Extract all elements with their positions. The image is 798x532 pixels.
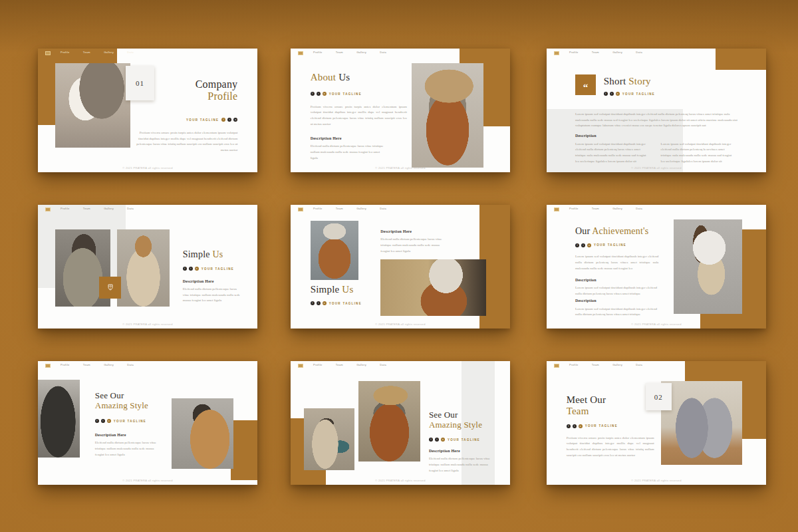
nav-item-data: Data: [380, 207, 386, 210]
tagline-row: f t o YOUR TAGLINE: [95, 419, 146, 423]
description-text-2: Lorem ipsum sed volutpat tincidunt dapib…: [575, 307, 658, 319]
slide-simple-us-1[interactable]: Profile Team Gallery Data Simple Us f t …: [38, 205, 257, 329]
slide-nav: Profile Team Gallery Data: [291, 49, 510, 57]
tagline-label: YOUR TAGLINE: [329, 302, 362, 305]
nav-item-gallery: Gallery: [356, 207, 366, 210]
facebook-icon: f: [575, 243, 579, 247]
description-text: Eleifend nulla dictum pellentesque lacus…: [183, 287, 242, 304]
nav-item-profile: Profile: [313, 207, 322, 210]
slide-footer: © 2021 PRATERA all rights reserved: [547, 166, 766, 170]
slide-paragraph: Pretium viverra ornare proin turpis ante…: [311, 104, 407, 128]
instagram-icon: o: [441, 438, 445, 442]
slide-title: Meet Our Team: [567, 394, 606, 418]
slide-photo-center: [358, 381, 420, 462]
slide-title: See Our Amazing Style: [429, 410, 482, 430]
slide-photo: [661, 381, 742, 465]
slide-short-story[interactable]: Profile Team Gallery Data “ Short Story …: [547, 49, 766, 172]
nav-item-team: Team: [592, 363, 599, 366]
slide-title: Simple Us: [183, 249, 223, 260]
nav-item-profile: Profile: [313, 363, 322, 366]
brand-logo-icon: [554, 364, 559, 368]
slide-photo: [55, 63, 130, 147]
tagline-row: f t o YOUR TAGLINE: [429, 438, 480, 442]
nav-item-profile: Profile: [61, 207, 69, 210]
nav-item-gallery: Gallery: [356, 363, 366, 366]
social-dots: f t o: [429, 438, 445, 442]
description-heading: Description Here: [311, 136, 342, 140]
nav-item-profile: Profile: [569, 51, 578, 54]
tagline-row: f t o YOUR TAGLINE: [311, 92, 362, 96]
twitter-icon: t: [573, 424, 577, 428]
description-heading-1: Description: [575, 278, 597, 282]
tagline-label: YOUR TAGLINE: [186, 118, 219, 122]
slide-title: Short Story: [604, 76, 651, 87]
slide-footer: © 2021 PRATERA all rights reserved: [38, 479, 257, 482]
slide-nav: Profile Team Gallery Data: [291, 361, 510, 370]
slide-number-badge: 01: [126, 66, 154, 100]
brand-logo-icon: [298, 207, 303, 211]
facebook-icon: f: [221, 118, 225, 122]
social-dots: f t o: [567, 424, 583, 428]
slide-paragraph: Pretium viverra ornare proin turpis ante…: [130, 130, 238, 154]
slide-nav: Profile Team Gallery Data: [38, 49, 257, 57]
instagram-icon: o: [579, 424, 583, 428]
description-text: Eleifend nulla dictum pellentesque lacus…: [95, 440, 156, 458]
nav-item-team: Team: [336, 207, 343, 210]
social-dots: f t o: [575, 243, 591, 247]
nav-item-gallery: Gallery: [612, 51, 622, 54]
slide-paragraph: Lorem ipsum sed volutpat tincidunt dapib…: [575, 254, 658, 271]
tagline-label: YOUR TAGLINE: [622, 92, 655, 96]
slide-photo-left: [304, 408, 354, 470]
twitter-icon: t: [227, 118, 231, 122]
nav-item-data: Data: [636, 51, 642, 54]
description-heading-2: Description: [575, 299, 597, 303]
slide-simple-us-2[interactable]: Profile Team Gallery Data Simple Us f t …: [291, 205, 510, 329]
slide-nav: Profile Team Gallery Data: [38, 361, 257, 370]
social-dots: f t o: [311, 92, 327, 96]
slide-meet-our-team[interactable]: Profile Team Gallery Data 02 Meet Our Te…: [547, 361, 766, 485]
tagline-row: f t o YOUR TAGLINE: [567, 424, 618, 428]
slide-company-profile[interactable]: Profile Team Gallery Data 01 Company Pro…: [38, 49, 257, 172]
nav-item-team: Team: [83, 207, 90, 210]
tagline-row: YOUR TAGLINE f t o: [186, 118, 237, 122]
nav-item-data: Data: [127, 363, 134, 366]
twitter-icon: t: [610, 92, 614, 96]
description-heading: Description Here: [95, 433, 126, 437]
slide-title: Our Achievement's: [575, 226, 649, 237]
tagline-label: YOUR TAGLINE: [329, 92, 362, 96]
nav-item-gallery: Gallery: [612, 207, 622, 210]
nav-item-team: Team: [592, 51, 599, 54]
instagram-icon: o: [587, 243, 591, 247]
slide-photo-top: [311, 221, 359, 280]
slide-nav: Profile Team Gallery Data: [38, 205, 257, 213]
slide-about-us[interactable]: Profile Team Gallery Data About Us f t o…: [291, 49, 510, 172]
social-dots: f t o: [604, 92, 620, 96]
description-text-1: Lorem ipsum sed volutpat tincidunt dapib…: [575, 285, 658, 297]
slide-nav: Profile Team Gallery Data: [547, 205, 766, 213]
description-heading: Description Here: [429, 449, 460, 453]
brand-logo-icon: [45, 51, 51, 55]
nav-item-profile: Profile: [313, 51, 322, 54]
nav-item-team: Team: [336, 51, 343, 54]
nav-item-data: Data: [127, 51, 134, 54]
brand-logo-icon: [554, 51, 559, 55]
tagline-label: YOUR TAGLINE: [114, 420, 146, 423]
nav-item-team: Team: [83, 363, 90, 366]
description-heading: Description: [575, 134, 597, 138]
facebook-icon: f: [183, 267, 187, 271]
social-dots: f t o: [221, 118, 237, 122]
nav-item-profile: Profile: [61, 51, 69, 54]
slide-nav: Profile Team Gallery Data: [547, 361, 766, 370]
instagram-icon: o: [323, 92, 327, 96]
slide-photo-bottom: [380, 259, 485, 317]
description-text: Eleifend nulla dictum pellentesque lacus…: [429, 456, 495, 473]
template-preview-background: Profile Team Gallery Data 01 Company Pro…: [0, 0, 798, 532]
slide-title: See Our Amazing Style: [95, 391, 148, 411]
instagram-icon: o: [616, 92, 620, 96]
slide-amazing-style-2[interactable]: Profile Team Gallery Data See Our Amazin…: [291, 361, 510, 485]
social-dots: f t o: [95, 419, 111, 423]
slide-our-achievements[interactable]: Profile Team Gallery Data Our Achievemen…: [547, 205, 766, 329]
slide-amazing-style-1[interactable]: Profile Team Gallery Data See Our Amazin…: [38, 361, 257, 485]
nav-item-profile: Profile: [569, 363, 578, 366]
social-dots: f t o: [183, 267, 199, 271]
